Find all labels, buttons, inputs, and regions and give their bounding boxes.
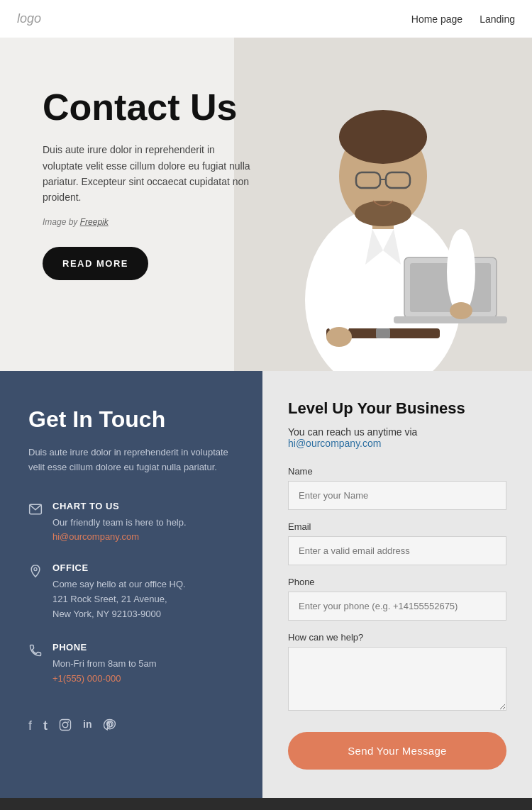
contact-right-panel: Level Up Your Business You can reach us … <box>262 371 532 798</box>
instagram-icon[interactable] <box>59 719 72 735</box>
phone-link[interactable]: +1(555) 000-000 <box>52 673 121 684</box>
svg-rect-12 <box>376 328 390 338</box>
email-label: Email <box>288 521 506 532</box>
freepik-link[interactable]: Freepik <box>80 217 109 227</box>
message-textarea[interactable] <box>288 647 506 711</box>
svg-point-18 <box>326 327 352 347</box>
envelope-icon <box>28 502 43 519</box>
contact-phone-item: PHONE Mon-Fri from 8am to 5am +1(555) 00… <box>28 642 234 684</box>
message-field-group: How can we help? <box>288 632 506 714</box>
hero-description: Duis aute irure dolor in reprehenderit i… <box>43 142 255 206</box>
svg-point-24 <box>67 721 69 723</box>
contact-phone-info: PHONE Mon-Fri from 8am to 5am +1(555) 00… <box>52 642 157 684</box>
social-row: f t in <box>28 719 234 735</box>
email-link[interactable]: hi@ourcompany.com <box>52 531 139 542</box>
hero-content: Contact Us Duis aute irure dolor in repr… <box>0 38 532 316</box>
phone-label: Phone <box>288 577 506 587</box>
contact-email-item: CHART TO US Our friendly team is here to… <box>28 501 234 543</box>
email-label: CHART TO US <box>52 501 187 511</box>
svg-rect-15 <box>394 316 507 323</box>
svg-rect-22 <box>60 719 71 730</box>
contact-left-panel: Get In Touch Duis aute irure dolor in re… <box>0 371 262 798</box>
pinterest-icon[interactable] <box>103 719 116 735</box>
nav-landing[interactable]: Landing <box>480 13 515 25</box>
email-input[interactable] <box>288 536 506 565</box>
send-message-button[interactable]: Send Your Message <box>288 732 506 770</box>
twitter-icon[interactable]: t <box>43 719 48 735</box>
contact-office-item: OFFICE Come say hello at our office HQ. … <box>28 562 234 621</box>
map-pin-icon <box>28 564 43 581</box>
nav-home[interactable]: Home page <box>411 13 462 25</box>
logo: logo <box>17 11 41 26</box>
name-field-group: Name <box>288 466 506 510</box>
reach-text: You can reach us anytime via hi@ourcompa… <box>288 426 506 449</box>
name-input[interactable] <box>288 481 506 510</box>
email-text: Our friendly team is here to help. <box>52 516 187 531</box>
message-label: How can we help? <box>288 632 506 643</box>
hero-title: Contact Us <box>43 87 504 128</box>
facebook-icon[interactable]: f <box>28 719 32 735</box>
office-label: OFFICE <box>52 562 186 573</box>
read-more-button[interactable]: READ MORE <box>43 247 148 280</box>
contact-email-info: CHART TO US Our friendly team is here to… <box>52 501 187 543</box>
hero-section: Contact Us Duis aute irure dolor in repr… <box>0 38 532 371</box>
phone-icon <box>28 643 43 660</box>
footer: Пример текста. Кликните, чтобы выбрать э… <box>0 798 532 810</box>
name-label: Name <box>288 466 506 477</box>
nav-links: Home page Landing <box>411 13 515 25</box>
contact-office-info: OFFICE Come say hello at our office HQ. … <box>52 562 186 621</box>
linkedin-icon[interactable]: in <box>83 719 92 735</box>
email-field-group: Email <box>288 521 506 565</box>
office-text: Come say hello at our office HQ. 121 Roc… <box>52 577 186 621</box>
image-credit: Image by Freepik <box>43 217 504 227</box>
phone-input[interactable] <box>288 592 506 621</box>
navbar: logo Home page Landing <box>0 0 532 38</box>
form-title: Level Up Your Business <box>288 399 506 418</box>
svg-point-23 <box>62 722 68 728</box>
reach-email-link[interactable]: hi@ourcompany.com <box>288 438 381 449</box>
phone-hours: Mon-Fri from 8am to 5am <box>52 657 157 672</box>
contact-title: Get In Touch <box>28 406 234 433</box>
phone-label: PHONE <box>52 642 157 653</box>
phone-field-group: Phone <box>288 577 506 621</box>
svg-point-21 <box>34 568 37 571</box>
contact-description: Duis aute irure dolor in reprehenderit i… <box>28 445 234 475</box>
contact-section: Get In Touch Duis aute irure dolor in re… <box>0 371 532 798</box>
